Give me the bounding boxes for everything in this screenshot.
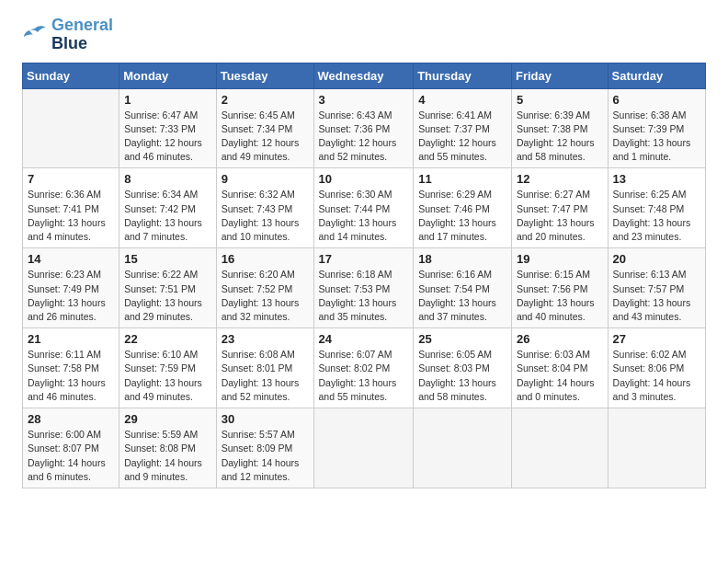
calendar-cell: 9Sunrise: 6:32 AM Sunset: 7:43 PM Daylig… <box>216 168 313 248</box>
day-number: 9 <box>222 172 309 186</box>
calendar-cell: 14Sunrise: 6:23 AM Sunset: 7:49 PM Dayli… <box>23 248 119 328</box>
day-number: 3 <box>319 93 409 107</box>
calendar-cell: 20Sunrise: 6:13 AM Sunset: 7:57 PM Dayli… <box>608 248 705 328</box>
day-info: Sunrise: 6:08 AM Sunset: 8:01 PM Dayligh… <box>222 348 309 404</box>
calendar-cell: 3Sunrise: 6:43 AM Sunset: 7:36 PM Daylig… <box>313 88 414 168</box>
day-info: Sunrise: 6:41 AM Sunset: 7:37 PM Dayligh… <box>418 109 506 165</box>
day-number: 30 <box>222 412 309 426</box>
calendar-header-row: SundayMondayTuesdayWednesdayThursdayFrid… <box>23 63 706 88</box>
calendar-header-friday: Friday <box>511 63 608 88</box>
calendar-header-sunday: Sunday <box>23 63 119 88</box>
calendar-cell: 25Sunrise: 6:05 AM Sunset: 8:03 PM Dayli… <box>414 328 512 408</box>
day-number: 1 <box>124 93 210 107</box>
day-number: 17 <box>319 252 409 266</box>
day-number: 5 <box>517 93 603 107</box>
day-number: 25 <box>418 332 506 346</box>
day-number: 10 <box>319 172 409 186</box>
day-info: Sunrise: 6:34 AM Sunset: 7:42 PM Dayligh… <box>124 188 210 244</box>
day-info: Sunrise: 6:02 AM Sunset: 8:06 PM Dayligh… <box>613 348 700 404</box>
calendar-header-thursday: Thursday <box>414 63 512 88</box>
calendar-cell <box>511 408 608 488</box>
day-info: Sunrise: 6:00 AM Sunset: 8:07 PM Dayligh… <box>28 428 114 484</box>
day-info: Sunrise: 6:10 AM Sunset: 7:59 PM Dayligh… <box>124 348 210 404</box>
page: GeneralBlue SundayMondayTuesdayWednesday… <box>0 0 728 500</box>
day-info: Sunrise: 6:43 AM Sunset: 7:36 PM Dayligh… <box>319 109 409 165</box>
calendar-cell: 8Sunrise: 6:34 AM Sunset: 7:42 PM Daylig… <box>119 168 216 248</box>
day-number: 20 <box>613 252 700 266</box>
header: GeneralBlue <box>22 17 706 53</box>
day-number: 6 <box>613 93 700 107</box>
calendar-header-tuesday: Tuesday <box>216 63 313 88</box>
day-number: 27 <box>613 332 700 346</box>
day-number: 8 <box>124 172 210 186</box>
day-info: Sunrise: 6:23 AM Sunset: 7:49 PM Dayligh… <box>28 268 114 324</box>
calendar-week-row: 7Sunrise: 6:36 AM Sunset: 7:41 PM Daylig… <box>23 168 706 248</box>
calendar-week-row: 28Sunrise: 6:00 AM Sunset: 8:07 PM Dayli… <box>23 408 706 488</box>
day-number: 26 <box>517 332 603 346</box>
day-number: 12 <box>517 172 603 186</box>
calendar-cell: 24Sunrise: 6:07 AM Sunset: 8:02 PM Dayli… <box>313 328 414 408</box>
calendar-cell: 29Sunrise: 5:59 AM Sunset: 8:08 PM Dayli… <box>119 408 216 488</box>
day-info: Sunrise: 6:27 AM Sunset: 7:47 PM Dayligh… <box>517 188 603 244</box>
day-info: Sunrise: 6:47 AM Sunset: 7:33 PM Dayligh… <box>124 109 210 165</box>
day-info: Sunrise: 5:59 AM Sunset: 8:08 PM Dayligh… <box>124 428 210 484</box>
calendar-week-row: 21Sunrise: 6:11 AM Sunset: 7:58 PM Dayli… <box>23 328 706 408</box>
calendar-cell: 4Sunrise: 6:41 AM Sunset: 7:37 PM Daylig… <box>414 88 512 168</box>
day-info: Sunrise: 6:25 AM Sunset: 7:48 PM Dayligh… <box>613 188 700 244</box>
calendar-cell: 2Sunrise: 6:45 AM Sunset: 7:34 PM Daylig… <box>216 88 313 168</box>
calendar-cell: 28Sunrise: 6:00 AM Sunset: 8:07 PM Dayli… <box>23 408 119 488</box>
calendar-cell: 21Sunrise: 6:11 AM Sunset: 7:58 PM Dayli… <box>23 328 119 408</box>
calendar-cell <box>414 408 512 488</box>
calendar-cell: 26Sunrise: 6:03 AM Sunset: 8:04 PM Dayli… <box>511 328 608 408</box>
calendar-cell: 13Sunrise: 6:25 AM Sunset: 7:48 PM Dayli… <box>608 168 705 248</box>
day-number: 24 <box>319 332 409 346</box>
day-number: 29 <box>124 412 210 426</box>
day-number: 28 <box>28 412 114 426</box>
logo-text: GeneralBlue <box>51 17 113 53</box>
day-info: Sunrise: 6:16 AM Sunset: 7:54 PM Dayligh… <box>418 268 506 324</box>
calendar-cell: 23Sunrise: 6:08 AM Sunset: 8:01 PM Dayli… <box>216 328 313 408</box>
day-number: 23 <box>222 332 309 346</box>
calendar-cell: 17Sunrise: 6:18 AM Sunset: 7:53 PM Dayli… <box>313 248 414 328</box>
day-info: Sunrise: 6:07 AM Sunset: 8:02 PM Dayligh… <box>319 348 409 404</box>
day-number: 15 <box>124 252 210 266</box>
day-info: Sunrise: 6:11 AM Sunset: 7:58 PM Dayligh… <box>28 348 114 404</box>
day-number: 18 <box>418 252 506 266</box>
day-info: Sunrise: 6:30 AM Sunset: 7:44 PM Dayligh… <box>319 188 409 244</box>
day-number: 13 <box>613 172 700 186</box>
calendar-header-monday: Monday <box>119 63 216 88</box>
calendar-cell: 5Sunrise: 6:39 AM Sunset: 7:38 PM Daylig… <box>511 88 608 168</box>
day-info: Sunrise: 6:29 AM Sunset: 7:46 PM Dayligh… <box>418 188 506 244</box>
day-number: 19 <box>517 252 603 266</box>
day-info: Sunrise: 6:36 AM Sunset: 7:41 PM Dayligh… <box>28 188 114 244</box>
day-info: Sunrise: 6:03 AM Sunset: 8:04 PM Dayligh… <box>517 348 603 404</box>
day-number: 2 <box>222 93 309 107</box>
day-info: Sunrise: 6:38 AM Sunset: 7:39 PM Dayligh… <box>613 109 700 165</box>
day-info: Sunrise: 6:13 AM Sunset: 7:57 PM Dayligh… <box>613 268 700 324</box>
day-info: Sunrise: 6:22 AM Sunset: 7:51 PM Dayligh… <box>124 268 210 324</box>
calendar: SundayMondayTuesdayWednesdayThursdayFrid… <box>22 63 706 488</box>
day-info: Sunrise: 6:18 AM Sunset: 7:53 PM Dayligh… <box>319 268 409 324</box>
day-number: 21 <box>28 332 114 346</box>
day-number: 16 <box>222 252 309 266</box>
day-number: 7 <box>28 172 114 186</box>
calendar-cell: 27Sunrise: 6:02 AM Sunset: 8:06 PM Dayli… <box>608 328 705 408</box>
calendar-cell: 15Sunrise: 6:22 AM Sunset: 7:51 PM Dayli… <box>119 248 216 328</box>
day-number: 22 <box>124 332 210 346</box>
day-number: 4 <box>418 93 506 107</box>
day-info: Sunrise: 6:15 AM Sunset: 7:56 PM Dayligh… <box>517 268 603 324</box>
calendar-cell: 19Sunrise: 6:15 AM Sunset: 7:56 PM Dayli… <box>511 248 608 328</box>
calendar-cell: 16Sunrise: 6:20 AM Sunset: 7:52 PM Dayli… <box>216 248 313 328</box>
calendar-week-row: 1Sunrise: 6:47 AM Sunset: 7:33 PM Daylig… <box>23 88 706 168</box>
calendar-week-row: 14Sunrise: 6:23 AM Sunset: 7:49 PM Dayli… <box>23 248 706 328</box>
calendar-cell: 10Sunrise: 6:30 AM Sunset: 7:44 PM Dayli… <box>313 168 414 248</box>
calendar-cell <box>313 408 414 488</box>
calendar-cell <box>23 88 119 168</box>
calendar-cell: 12Sunrise: 6:27 AM Sunset: 7:47 PM Dayli… <box>511 168 608 248</box>
calendar-cell: 1Sunrise: 6:47 AM Sunset: 7:33 PM Daylig… <box>119 88 216 168</box>
day-info: Sunrise: 6:05 AM Sunset: 8:03 PM Dayligh… <box>418 348 506 404</box>
calendar-cell <box>608 408 705 488</box>
day-number: 14 <box>28 252 114 266</box>
day-number: 11 <box>418 172 506 186</box>
calendar-header-saturday: Saturday <box>608 63 705 88</box>
